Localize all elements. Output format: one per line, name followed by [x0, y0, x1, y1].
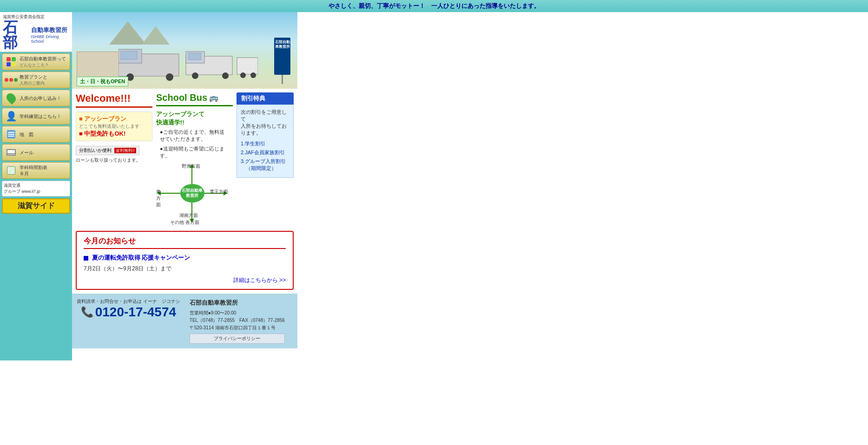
- footer-info: 石部自動車教習所 営業時間●9:00〜20:00 TEL（0748）77-285…: [190, 298, 285, 344]
- news-link-text: 詳細はこちらから >>: [233, 277, 286, 283]
- news-title: 今月のお知らせ: [84, 236, 286, 249]
- svg-point-11: [240, 72, 246, 78]
- sidebar-item-mail-label: メール: [20, 150, 33, 156]
- schedule-icon: [5, 164, 18, 177]
- discount-title: 割引特典: [237, 92, 294, 105]
- news-campaign-text: 夏の運転免許取得 応援キャンペーン: [92, 254, 191, 261]
- footer-tel-area: 資料請求・お問合せ・お申込は イーナ ジコナシ 📞 0120-17-4574: [77, 298, 180, 320]
- bus-title: School Bus 🚌: [156, 92, 233, 106]
- footer-address: 〒520-3114 湖南市石部口四丁目１番１号: [190, 324, 285, 332]
- plan-name-text: アッシーブラン: [84, 115, 126, 122]
- svg-rect-4: [121, 51, 137, 59]
- chugata-text: 中型免許もOK!: [84, 130, 125, 137]
- plan-name: ■ アッシーブラン: [79, 115, 149, 123]
- footer-school-name: 石部自動車教習所: [190, 298, 285, 308]
- sidebar-item-what-label: 石部自動車教習所ってどんなところ？: [20, 56, 66, 68]
- logo-kanji: 石部: [3, 20, 30, 50]
- sidebar-item-schedule-label: 学科時間割表８月: [20, 164, 47, 177]
- shiga-traffic-text: 滋賀交通グループ www.ii7.jp: [4, 183, 40, 195]
- svg-point-12: [250, 72, 256, 78]
- free-badge: 金利無料!!: [114, 148, 136, 153]
- discount-item-1: 1.学生割引: [241, 140, 289, 147]
- logo-area: 滋賀県公安委員会指定 石部 自動車教習所 ISHIBE Driving Scho…: [0, 12, 72, 52]
- sidebar-item-map[interactable]: 地 図: [2, 126, 70, 143]
- sidebar-item-schedule[interactable]: 学科時間割表８月: [2, 162, 70, 179]
- route-map: 石部自動車教習所 野洲方面 東方面 電王方面 湖南方面 その他 各方面: [156, 163, 228, 223]
- top-banner-text: やさしく、親切、丁寧がモットー！ 一人ひとりにあった指導をいたします。: [329, 2, 540, 9]
- bus-bullet1: ●ご自宅の近くまで、無料送 せていただきます。: [156, 129, 233, 143]
- privacy-link[interactable]: プライバシーポリシー: [190, 334, 285, 344]
- footer-tel-label: 資料請求・お問合せ・お申込は イーナ ジコナシ: [77, 298, 180, 305]
- sidebar-item-apply[interactable]: 入所のお申し込み！: [2, 90, 70, 106]
- tel-icon: 📞: [81, 306, 93, 318]
- news-date: 7月2日（火）〜9月28日（土）まで: [84, 265, 286, 273]
- svg-rect-10: [237, 58, 258, 74]
- discount-section: 割引特典 次の割引をご用意して入所をお待ちしております。 1.学生割引 2.JA…: [237, 92, 294, 223]
- person-icon: 👤: [5, 110, 18, 123]
- circles-icon: [5, 73, 18, 86]
- route-south: 湖南方面: [179, 212, 198, 219]
- sidebar-item-study-label: 学科練習はこちら！: [20, 113, 61, 119]
- installment-label: 分割払いか便利: [79, 148, 112, 153]
- bus-title-text: School Bus: [156, 92, 207, 103]
- blue-square-icon: [84, 256, 88, 261]
- route-east: 東方面: [156, 189, 161, 208]
- bus-plan: アッシーブランて快適通学!!: [156, 110, 233, 127]
- sidebar-item-what[interactable]: 石部自動車教習所ってどんなところ？: [2, 53, 70, 70]
- mail-icon: [5, 146, 18, 159]
- shiga-traffic-banner[interactable]: 滋賀交通グループ www.ii7.jp: [2, 181, 70, 196]
- discount-item-2: 2.JAF会員家族割引: [241, 149, 289, 156]
- main-content: 石部自動車教習所 土・日・祝もOPEN Welcome!!! ■ アッシーブラン: [72, 12, 297, 360]
- sections-row: Welcome!!! ■ アッシーブラン どこでも無料送迎いたします ■ 中型免…: [72, 89, 297, 227]
- footer-tel: 📞 0120-17-4574: [81, 305, 176, 320]
- footer-tel-number: 0120-17-4574: [95, 305, 176, 320]
- sidebar: 滋賀県公安委員会指定 石部 自動車教習所 ISHIBE Driving Scho…: [0, 12, 72, 360]
- shiga-guide-banner[interactable]: 滋賀サイド: [2, 198, 70, 214]
- svg-point-8: [222, 72, 229, 79]
- shiga-guide-text: 滋賀サイド: [18, 202, 55, 209]
- sidebar-item-map-label: 地 図: [20, 131, 33, 137]
- news-item-title: 夏の運転免許取得 応援キャンペーン: [84, 254, 286, 262]
- bus-bullet2: ●送迎時間もご希望に応じま す。: [156, 145, 233, 159]
- sidebar-item-apply-label: 入所のお申し込み！: [20, 95, 61, 101]
- route-center-label: 石部自動車教習所: [180, 184, 204, 203]
- route-west: 電王方面: [210, 189, 228, 195]
- welcome-title: Welcome!!!: [76, 92, 152, 108]
- chugata-label: ■ 中型免許もOK!: [79, 130, 149, 138]
- grid-icon: [5, 55, 18, 68]
- news-link[interactable]: 詳細はこちらから >>: [84, 276, 286, 284]
- footer: 資料請求・お問合せ・お申込は イーナ ジコナシ 📞 0120-17-4574 石…: [72, 294, 297, 348]
- sidebar-item-study[interactable]: 👤 学科練習はこちら！: [2, 108, 70, 124]
- logo-sub1: 自動車教習所: [31, 26, 69, 34]
- installment-area: 分割払いか便利 金利無料!!: [76, 144, 152, 155]
- map-icon: [5, 128, 18, 141]
- discount-box: 次の割引をご用意して入所をお待ちしております。 1.学生割引 2.JAF会員家族…: [237, 105, 294, 178]
- plan-sub: どこでも無料送迎いたします: [79, 123, 149, 130]
- discount-intro: 次の割引をご用意して入所をお待ちしております。: [241, 109, 289, 137]
- discount-item-3: 3.グループ入所割引 （期間限定）: [241, 158, 289, 172]
- leaf-icon: [5, 92, 18, 105]
- sidebar-item-plan[interactable]: 教習プランと入所のご案内: [2, 72, 70, 88]
- sidebar-item-plan-label: 教習プランと入所のご案内: [20, 74, 47, 86]
- svg-point-3: [166, 73, 173, 81]
- installment-btn[interactable]: 分割払いか便利 金利無料!!: [76, 146, 139, 155]
- open-badge: 土・日・祝もOPEN: [77, 77, 128, 86]
- bus-icon: 🚌: [209, 93, 218, 102]
- loan-text: ローンも取り扱っております。: [76, 157, 152, 164]
- footer-hours: 営業時間●9:00〜20:00: [190, 309, 285, 317]
- plan-box: ■ アッシーブラン どこでも無料送迎いたします ■ 中型免許もOK!: [76, 111, 152, 141]
- svg-point-7: [192, 72, 198, 79]
- privacy-label: プライバシーポリシー: [214, 336, 260, 341]
- footer-tel1: TEL（0748）77-2855 FAX（0748）77-2856: [190, 317, 285, 324]
- sidebar-item-mail[interactable]: メール: [2, 144, 70, 161]
- welcome-section: Welcome!!! ■ アッシーブラン どこでも無料送迎いたします ■ 中型免…: [76, 92, 152, 223]
- bus-section: School Bus 🚌 アッシーブランて快適通学!! ●ご自宅の近くまで、無料…: [156, 92, 233, 223]
- news-section: 今月のお知らせ 夏の運転免許取得 応援キャンペーン 7月2日（火）〜9月28日（…: [76, 231, 294, 290]
- logo-sub2: ISHIBE Driving School: [31, 34, 69, 44]
- route-north: 野洲方面: [182, 163, 200, 170]
- route-other: その他 各方面: [170, 219, 199, 226]
- top-banner: やさしく、親切、丁寧がモットー！ 一人ひとりにあった指導をいたします。: [0, 0, 868, 12]
- svg-rect-9: [188, 53, 201, 60]
- hero-image: 石部自動車教習所 土・日・祝もOPEN: [72, 12, 297, 89]
